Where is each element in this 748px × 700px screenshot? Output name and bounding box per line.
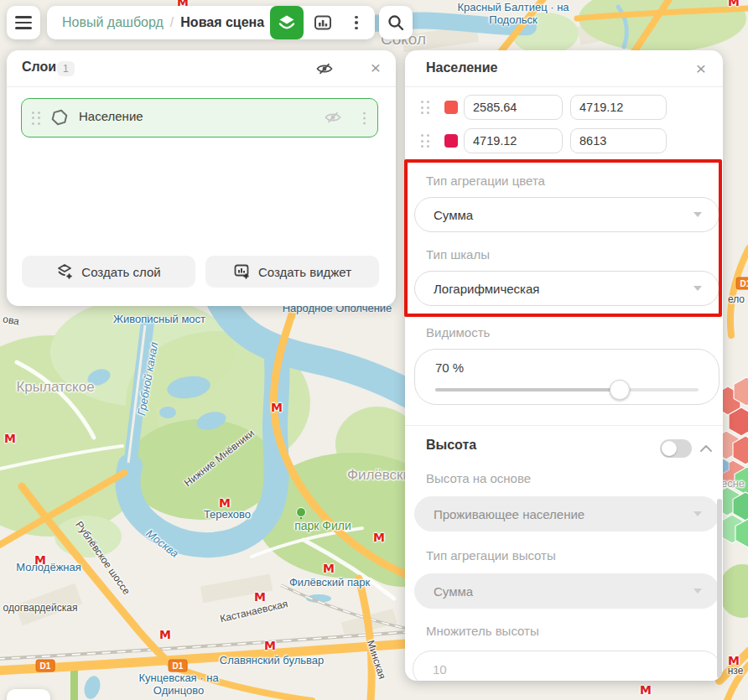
hamburger-icon [15, 16, 32, 29]
color-aggregation-value: Сумма [434, 208, 473, 222]
create-layer-label: Создать слой [81, 265, 160, 279]
layer-name: Население [79, 109, 143, 123]
search-button[interactable] [379, 6, 413, 39]
scale-type-select[interactable]: Логарифмическая [414, 271, 719, 306]
close-settings-panel-button[interactable]: × [691, 59, 711, 79]
stop-from-input[interactable] [464, 95, 563, 120]
layer-item-naselenie[interactable]: Население [21, 98, 378, 137]
layer-menu-button[interactable] [363, 111, 366, 124]
height-aggregation-value: Сумма [434, 584, 473, 599]
section-divider [405, 425, 723, 426]
layers-count-badge: 1 [57, 61, 75, 76]
color-aggregation-label: Тип агрегации цвета [426, 174, 545, 188]
chevron-up-icon [700, 445, 712, 452]
chevron-down-icon [693, 212, 702, 217]
more-menu-button[interactable] [340, 6, 373, 39]
scale-type-value: Логарифмическая [434, 282, 539, 296]
stop-from-input[interactable] [464, 128, 563, 153]
height-based-on-value: Проживающее население [434, 507, 584, 521]
slider-fill [435, 388, 620, 391]
layers-icon [277, 13, 297, 32]
widgets-toolbar-button[interactable] [306, 6, 340, 39]
breadcrumb: Новый дашборд / Новая сцена [62, 6, 264, 39]
toggle-knob [662, 441, 677, 456]
scale-type-label: Тип шкалы [426, 247, 490, 262]
visibility-control: 70 % [414, 349, 719, 405]
color-stop-row [405, 95, 723, 120]
drag-handle-icon[interactable] [421, 134, 429, 148]
stop-to-input[interactable] [570, 95, 667, 120]
visibility-slider[interactable] [435, 388, 699, 391]
eye-icon [316, 63, 333, 75]
create-layer-button[interactable]: Создать слой [22, 256, 195, 288]
create-widget-button[interactable]: Создать виджет [205, 256, 379, 288]
color-swatch[interactable] [444, 101, 458, 114]
height-aggregation-label: Тип агрегации высоты [426, 548, 556, 563]
main-menu-button[interactable] [7, 6, 40, 39]
drag-handle-icon[interactable] [32, 111, 40, 125]
visibility-value: 70 % [435, 360, 464, 375]
panel-divider [7, 86, 396, 87]
height-section-title: Высота [426, 438, 476, 453]
height-toggle[interactable] [660, 439, 692, 458]
panel-divider [405, 86, 723, 87]
layer-visibility-button[interactable] [324, 111, 342, 124]
color-swatch[interactable] [444, 134, 458, 148]
height-based-on-select: Проживающее население [414, 496, 719, 531]
layer-settings-panel: Население × Тип агрегации цвета Сумма Ти… [405, 50, 723, 681]
drag-handle-icon[interactable] [421, 101, 429, 114]
layers-toolbar-button[interactable] [270, 6, 304, 39]
breadcrumb-dashboard[interactable]: Новый дашборд [62, 15, 164, 30]
polygon-layer-icon [50, 108, 69, 127]
create-widget-icon [233, 263, 251, 280]
park-tree-icon [295, 507, 307, 523]
breadcrumb-bar: Новый дашборд / Новая сцена [47, 6, 375, 39]
search-icon [387, 13, 405, 32]
toggle-all-visibility-button[interactable] [315, 62, 334, 75]
close-layers-panel-button[interactable]: × [366, 58, 386, 78]
height-multiplier-label: Множитель высоты [426, 624, 539, 638]
chevron-down-icon [693, 286, 702, 291]
height-aggregation-select: Сумма [414, 573, 719, 609]
stop-to-input[interactable] [570, 128, 667, 153]
eye-icon [325, 111, 341, 123]
height-based-on-label: Высота на основе [426, 471, 531, 485]
color-aggregation-select[interactable]: Сумма [414, 197, 719, 232]
panel-scrollbar[interactable] [717, 499, 722, 678]
breadcrumb-scene[interactable]: Новая сцена [180, 15, 264, 30]
settings-panel-title: Население [426, 60, 498, 75]
breadcrumb-separator: / [170, 15, 174, 30]
color-stop-row [405, 128, 723, 153]
collapse-section-button[interactable] [699, 441, 714, 456]
chevron-down-icon [693, 589, 702, 594]
layers-panel: Слои 1 × Население [7, 50, 396, 306]
chevron-down-icon [693, 511, 702, 516]
create-widget-label: Создать виджет [258, 265, 351, 279]
app-window: Красный Балтиец · на ПодольскСоколНародн… [0, 0, 748, 700]
kebab-icon [355, 16, 358, 30]
layers-panel-title: Слои [22, 60, 56, 75]
height-multiplier-input[interactable] [413, 651, 721, 681]
create-layer-icon [56, 263, 74, 280]
visibility-label: Видимость [426, 325, 490, 340]
map-control-button[interactable] [7, 689, 50, 700]
slider-thumb[interactable] [610, 380, 630, 400]
bar-chart-icon [313, 13, 333, 32]
